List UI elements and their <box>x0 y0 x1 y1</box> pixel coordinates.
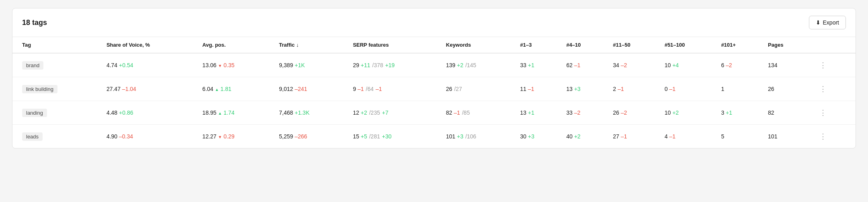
keywords-value: 101 <box>446 133 455 140</box>
cell-more[interactable]: ⋮ <box>810 53 856 77</box>
pos11-50-value: 2 <box>613 86 616 92</box>
cell-serp: 9 –1 /64 –1 <box>346 77 440 101</box>
avg-pos-change: 1.81 <box>221 86 231 92</box>
col-pos11-50: #11–50 <box>606 37 658 53</box>
pos51-100-value: 10 <box>665 62 671 68</box>
pos101-value: 6 <box>721 62 724 68</box>
serp-slash-change: +30 <box>382 133 392 140</box>
cell-sov: 4.90 –0.34 <box>100 125 196 148</box>
pos4-10-change: –1 <box>574 62 581 68</box>
pos51-100-value: 4 <box>665 133 668 140</box>
pos1-3-value: 30 <box>520 133 526 140</box>
cell-keywords: 26 /27 <box>440 77 514 101</box>
pos11-50-change: –2 <box>621 62 627 68</box>
cell-pages: 82 <box>762 101 810 125</box>
cell-pos101: 3 +1 <box>714 101 762 125</box>
table-row: link building 27.47 –1.04 6.04 ▲ 1.81 9,… <box>12 77 856 101</box>
avg-pos-value: 13.06 <box>203 62 217 68</box>
pos1-3-value: 13 <box>520 109 526 116</box>
pos11-50-value: 26 <box>613 109 619 116</box>
traffic-value: 7,468 <box>279 109 293 116</box>
cell-tag: leads <box>12 125 100 148</box>
pages-value: 26 <box>768 86 774 92</box>
serp-value: 9 <box>353 86 356 92</box>
table-row: landing 4.48 +0.86 18.95 ▲ 1.74 7,468 +1… <box>12 101 856 125</box>
serp-change: +2 <box>361 109 367 116</box>
export-icon: ⬇ <box>816 19 821 26</box>
export-button[interactable]: ⬇ Export <box>809 16 846 29</box>
serp-slash-change: +7 <box>382 109 389 116</box>
keywords-slash: /27 <box>454 86 462 92</box>
cell-pages: 26 <box>762 77 810 101</box>
cell-pos1-3: 13 +1 <box>514 101 560 125</box>
cell-more[interactable]: ⋮ <box>810 77 856 101</box>
more-button[interactable]: ⋮ <box>816 83 830 95</box>
pos4-10-change: +2 <box>574 133 581 140</box>
more-button[interactable]: ⋮ <box>816 59 830 71</box>
table-row: brand 4.74 +0.54 13.06 ▼ 0.35 9,389 +1K … <box>12 53 856 77</box>
cell-avg-pos: 18.95 ▲ 1.74 <box>196 101 273 125</box>
pos4-10-change: –2 <box>574 109 581 116</box>
serp-value: 29 <box>353 62 359 68</box>
pos101-value: 3 <box>721 109 724 116</box>
sov-change: +0.54 <box>119 62 133 68</box>
pos51-100-change: +2 <box>672 109 679 116</box>
keywords-change: –1 <box>454 109 460 116</box>
keywords-slash: /145 <box>465 62 476 68</box>
cell-keywords: 82 –1 /85 <box>440 101 514 125</box>
arrow-up-icon: ▲ <box>215 87 219 92</box>
cell-sov: 4.74 +0.54 <box>100 53 196 77</box>
table-row: leads 4.90 –0.34 12.27 ▼ 0.29 5,259 –266… <box>12 125 856 148</box>
cell-serp: 15 +5 /281 +30 <box>346 125 440 148</box>
sov-change: –1.04 <box>122 86 136 92</box>
keywords-value: 139 <box>446 62 455 68</box>
cell-more[interactable]: ⋮ <box>810 101 856 125</box>
serp-value: 15 <box>353 133 359 140</box>
col-sov: Share of Voice, % <box>100 37 196 53</box>
pos1-3-change: +3 <box>528 133 534 140</box>
cell-serp: 29 +11 /378 +19 <box>346 53 440 77</box>
sov-value: 4.48 <box>106 109 117 116</box>
more-button[interactable]: ⋮ <box>816 130 830 142</box>
cell-tag: link building <box>12 77 100 101</box>
pos11-50-change: –1 <box>618 86 624 92</box>
cell-pages: 134 <box>762 53 810 77</box>
cell-pos11-50: 27 –1 <box>606 125 658 148</box>
arrow-down-icon: ▼ <box>218 135 222 139</box>
avg-pos-change: 0.35 <box>223 62 234 68</box>
pos51-100-value: 0 <box>665 86 668 92</box>
cell-pos101: 5 <box>714 125 762 148</box>
pos4-10-value: 13 <box>566 86 573 92</box>
cell-avg-pos: 6.04 ▲ 1.81 <box>196 77 273 101</box>
col-pages: Pages <box>762 37 810 53</box>
main-container: 18 tags ⬇ Export Tag Share of Voice, % A… <box>12 8 856 148</box>
export-label: Export <box>823 19 839 26</box>
serp-slash-change: –1 <box>376 86 382 92</box>
cell-tag: landing <box>12 101 100 125</box>
cell-pos4-10: 40 +2 <box>560 125 606 148</box>
cell-pos51-100: 0 –1 <box>658 77 715 101</box>
col-pos51-100: #51–100 <box>658 37 715 53</box>
avg-pos-change: 0.29 <box>223 133 234 140</box>
tag-badge: landing <box>22 109 47 117</box>
serp-change: +5 <box>361 133 367 140</box>
serp-change: –1 <box>358 86 364 92</box>
cell-keywords: 139 +2 /145 <box>440 53 514 77</box>
cell-pages: 101 <box>762 125 810 148</box>
pos51-100-change: –1 <box>669 86 676 92</box>
cell-pos101: 1 <box>714 77 762 101</box>
cell-pos11-50: 26 –2 <box>606 101 658 125</box>
cell-more[interactable]: ⋮ <box>810 125 856 148</box>
pos51-100-value: 10 <box>665 109 671 116</box>
pos101-value: 1 <box>721 86 724 92</box>
col-pos4-10: #4–10 <box>560 37 606 53</box>
cell-pos51-100: 10 +4 <box>658 53 715 77</box>
pages-value: 82 <box>768 109 774 116</box>
pos4-10-value: 40 <box>566 133 573 140</box>
more-button[interactable]: ⋮ <box>816 107 830 119</box>
pos1-3-value: 11 <box>520 86 526 92</box>
arrow-up-icon: ▲ <box>218 111 222 115</box>
cell-pos11-50: 34 –2 <box>606 53 658 77</box>
cell-sov: 4.48 +0.86 <box>100 101 196 125</box>
pos101-change: +1 <box>726 109 732 116</box>
